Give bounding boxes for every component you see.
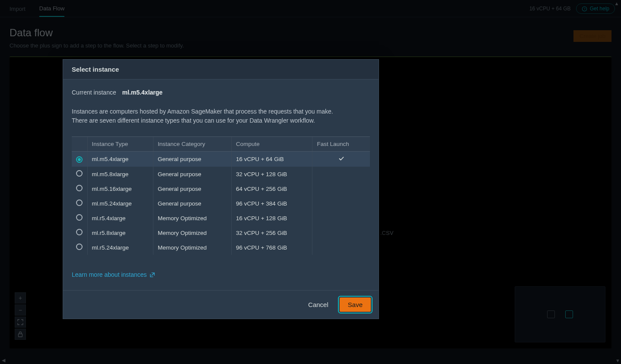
- cell-category: General purpose: [153, 152, 232, 167]
- radio-icon[interactable]: [76, 214, 83, 221]
- learn-more-link[interactable]: Learn more about instances: [72, 271, 155, 278]
- tab-data-flow[interactable]: Data Flow: [39, 0, 65, 17]
- check-icon: [338, 155, 345, 162]
- select-instance-modal: Select instance Current instance ml.m5.4…: [63, 59, 379, 319]
- help-icon: ?: [582, 6, 587, 12]
- get-help-label: Get help: [590, 6, 609, 12]
- cell-fast: [312, 167, 370, 181]
- cell-fast: [312, 196, 370, 211]
- cell-type: ml.r5.24xlarge: [87, 240, 153, 255]
- page-subtitle: Choose the plus sign to add a step to th…: [10, 42, 611, 49]
- cell-type: ml.r5.4xlarge: [87, 211, 153, 225]
- cell-compute: 32 vCPU + 256 GiB: [231, 225, 312, 240]
- radio-icon[interactable]: [76, 199, 83, 206]
- cell-fast: [312, 225, 370, 240]
- cell-compute: 32 vCPU + 128 GiB: [231, 167, 312, 181]
- cell-category: General purpose: [153, 196, 232, 211]
- modal-title: Select instance: [63, 60, 379, 79]
- cell-category: General purpose: [153, 181, 232, 196]
- csv-node-label: .CSV: [380, 230, 393, 236]
- col-radio: [72, 137, 87, 152]
- svg-rect-2: [19, 334, 22, 337]
- instance-row[interactable]: ml.m5.8xlargeGeneral purpose32 vCPU + 12…: [72, 167, 370, 181]
- cell-compute: 96 vCPU + 768 GiB: [231, 240, 312, 255]
- cell-category: Memory Optimized: [153, 225, 232, 240]
- radio-icon[interactable]: [76, 185, 83, 191]
- col-compute: Compute: [231, 137, 312, 152]
- external-link-icon: [150, 272, 155, 278]
- instance-row[interactable]: ml.r5.4xlargeMemory Optimized16 vCPU + 1…: [72, 211, 370, 225]
- instance-row[interactable]: ml.r5.8xlargeMemory Optimized32 vCPU + 2…: [72, 225, 370, 240]
- cell-fast: [312, 181, 370, 196]
- cell-type: ml.m5.24xlarge: [87, 196, 153, 211]
- instance-row[interactable]: ml.m5.16xlargeGeneral purpose64 vCPU + 2…: [72, 181, 370, 196]
- cell-type: ml.m5.4xlarge: [87, 152, 153, 167]
- current-instance-label: Current instance: [72, 89, 116, 96]
- cell-compute: 16 vCPU + 64 GiB: [231, 152, 312, 167]
- scroll-left-icon[interactable]: ◀: [2, 358, 5, 363]
- cell-category: Memory Optimized: [153, 211, 232, 225]
- tab-import[interactable]: Import: [10, 0, 25, 16]
- radio-icon[interactable]: [76, 229, 83, 235]
- cell-type: ml.m5.8xlarge: [87, 167, 153, 181]
- instance-table: Instance Type Instance Category Compute …: [72, 136, 370, 255]
- minus-icon: −: [19, 307, 22, 313]
- cell-fast: [312, 211, 370, 225]
- zoom-in-button[interactable]: +: [15, 292, 26, 304]
- radio-icon[interactable]: [76, 170, 83, 177]
- col-category: Instance Category: [153, 137, 232, 152]
- cell-type: ml.m5.16xlarge: [87, 181, 153, 196]
- minimap-node: [565, 310, 573, 318]
- cell-compute: 64 vCPU + 256 GiB: [231, 181, 312, 196]
- col-fast: Fast Launch: [312, 137, 370, 152]
- zoom-out-button[interactable]: −: [15, 304, 26, 316]
- instance-summary: 16 vCPU + 64 GB: [529, 6, 571, 12]
- cell-fast: [312, 152, 370, 167]
- cell-fast: [312, 240, 370, 255]
- top-tab-strip: Import Data Flow 16 vCPU + 64 GB ? Get h…: [0, 0, 621, 17]
- modal-description: Instances are computers hosted by Amazon…: [72, 107, 348, 125]
- minimap[interactable]: [515, 286, 605, 342]
- svg-text:?: ?: [583, 6, 585, 10]
- cell-category: General purpose: [153, 167, 232, 181]
- modal-footer: Cancel Save: [63, 290, 379, 319]
- instance-row[interactable]: ml.m5.4xlargeGeneral purpose16 vCPU + 64…: [72, 152, 370, 167]
- plus-icon: +: [19, 294, 22, 301]
- scroll-down-icon[interactable]: ▼: [615, 358, 620, 363]
- col-type: Instance Type: [87, 137, 153, 152]
- cell-category: Memory Optimized: [153, 240, 232, 255]
- save-button[interactable]: Save: [340, 298, 371, 312]
- page-title: Data flow: [10, 27, 611, 39]
- learn-more-label: Learn more about instances: [72, 271, 147, 278]
- fullscreen-icon: [17, 319, 23, 325]
- cell-compute: 16 vCPU + 128 GiB: [231, 211, 312, 225]
- instance-row[interactable]: ml.m5.24xlargeGeneral purpose96 vCPU + 3…: [72, 196, 370, 211]
- zoom-controls: + −: [15, 292, 26, 340]
- instance-row[interactable]: ml.r5.24xlargeMemory Optimized96 vCPU + …: [72, 240, 370, 255]
- radio-icon[interactable]: [76, 244, 83, 250]
- lock-button[interactable]: [15, 329, 26, 340]
- page-header: Data flow Choose the plus sign to add a …: [0, 17, 621, 57]
- minimap-node: [547, 310, 555, 318]
- current-instance-value: ml.m5.4xlarge: [122, 89, 162, 96]
- radio-icon[interactable]: [76, 156, 83, 163]
- cell-compute: 96 vCPU + 384 GiB: [231, 196, 312, 211]
- get-help-button[interactable]: ? Get help: [576, 3, 615, 14]
- create-job-button[interactable]: Create job: [573, 30, 611, 42]
- lock-icon: [18, 331, 23, 337]
- cell-type: ml.r5.8xlarge: [87, 225, 153, 240]
- fit-screen-button[interactable]: [15, 317, 26, 328]
- scroll-up-icon[interactable]: ▲: [613, 0, 620, 7]
- cancel-button[interactable]: Cancel: [305, 298, 332, 311]
